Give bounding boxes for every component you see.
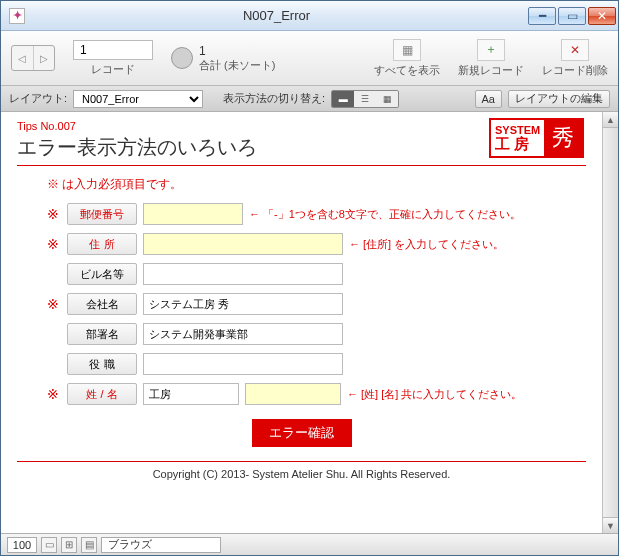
row-building: ビル名等 <box>47 263 586 285</box>
scroll-up-icon[interactable]: ▲ <box>603 112 618 128</box>
row-dept: 部署名 <box>47 323 586 345</box>
layout-label: レイアウト: <box>9 91 67 106</box>
copyright: Copyright (C) 2013- System Atelier Shu. … <box>17 461 586 480</box>
record-nav[interactable]: ◁ ▷ <box>11 45 55 71</box>
app-icon: ✦ <box>9 8 25 24</box>
layout-select[interactable]: N007_Error <box>73 90 203 108</box>
hint-address: ← [住所] を入力してください。 <box>349 237 504 252</box>
input-company[interactable] <box>143 293 343 315</box>
mode-select[interactable]: ブラウズ <box>101 537 221 553</box>
label-building: ビル名等 <box>67 263 137 285</box>
form-mode-icon[interactable]: ▭ <box>41 537 57 553</box>
row-postal: ※ 郵便番号 ← 「-」1つを含む8文字で、正確に入力してください。 <box>47 203 586 225</box>
row-company: ※ 会社名 <box>47 293 586 315</box>
required-note: ※ は入力必須項目です。 <box>47 176 586 193</box>
input-building[interactable] <box>143 263 343 285</box>
label-name: 姓 / 名 <box>67 383 137 405</box>
scroll-down-icon[interactable]: ▼ <box>603 517 618 533</box>
scroll-track[interactable] <box>603 128 618 517</box>
label-address: 住 所 <box>67 233 137 255</box>
input-postal[interactable] <box>143 203 243 225</box>
hint-postal: ← 「-」1つを含む8文字で、正確に入力してください。 <box>249 207 521 222</box>
submit-button[interactable]: エラー確認 <box>252 419 352 447</box>
new-record-icon: ＋ <box>477 39 505 61</box>
row-address: ※ 住 所 ← [住所] を入力してください。 <box>47 233 586 255</box>
hint-name: ← [姓] [名] 共に入力してください。 <box>347 387 522 402</box>
content-area: SYSTEM 工房 秀 Tips No.007 エラー表示方法のいろいろ ※ は… <box>1 112 602 533</box>
record-number-input[interactable] <box>73 40 153 60</box>
new-record-button[interactable]: ＋ 新規レコード <box>458 39 524 78</box>
delete-record-icon: ✕ <box>561 39 589 61</box>
layout-bar: レイアウト: N007_Error 表示方法の切り替え: ▬ ☰ ▦ Aa レイ… <box>1 86 618 112</box>
prev-record-icon[interactable]: ◁ <box>12 46 33 70</box>
preview-mode-icon[interactable]: ▤ <box>81 537 97 553</box>
input-position[interactable] <box>143 353 343 375</box>
app-window: ✦ N007_Error ━ ▭ ✕ ◁ ▷ レコード 1 合計 (未ソート) <box>0 0 619 556</box>
input-sei[interactable] <box>143 383 239 405</box>
show-all-button[interactable]: ▦ すべてを表示 <box>374 39 440 78</box>
vertical-scrollbar[interactable]: ▲ ▼ <box>602 112 618 533</box>
minimize-button[interactable]: ━ <box>528 7 556 25</box>
delete-record-button[interactable]: ✕ レコード削除 <box>542 39 608 78</box>
text-format-button[interactable]: Aa <box>475 90 502 108</box>
label-position: 役 職 <box>67 353 137 375</box>
pie-icon[interactable] <box>171 47 193 69</box>
status-bar: 100 ▭ ⊞ ▤ ブラウズ <box>1 533 618 555</box>
logo: SYSTEM 工房 秀 <box>489 118 584 158</box>
row-position: 役 職 <box>47 353 586 375</box>
input-dept[interactable] <box>143 323 343 345</box>
label-postal: 郵便番号 <box>67 203 137 225</box>
input-address[interactable] <box>143 233 343 255</box>
view-switch-label: 表示方法の切り替え: <box>223 91 325 106</box>
label-company: 会社名 <box>67 293 137 315</box>
list-mode-icon[interactable]: ⊞ <box>61 537 77 553</box>
title-bar: ✦ N007_Error ━ ▭ ✕ <box>1 1 618 31</box>
record-label: レコード <box>91 62 135 77</box>
list-view-icon[interactable]: ☰ <box>354 91 376 107</box>
total-label: 合計 (未ソート) <box>199 58 275 73</box>
divider <box>17 165 586 166</box>
maximize-button[interactable]: ▭ <box>558 7 586 25</box>
table-view-icon[interactable]: ▦ <box>376 91 398 107</box>
form-view-icon[interactable]: ▬ <box>332 91 354 107</box>
toolbar: ◁ ▷ レコード 1 合計 (未ソート) ▦ すべてを表示 ＋ 新規レコード ✕… <box>1 31 618 86</box>
row-name: ※ 姓 / 名 ← [姓] [名] 共に入力してください。 <box>47 383 586 405</box>
input-mei[interactable] <box>245 383 341 405</box>
total-count: 1 <box>199 44 275 58</box>
close-button[interactable]: ✕ <box>588 7 616 25</box>
edit-layout-button[interactable]: レイアウトの編集 <box>508 90 610 108</box>
window-title: N007_Error <box>25 8 528 23</box>
zoom-level[interactable]: 100 <box>7 537 37 553</box>
show-all-icon: ▦ <box>393 39 421 61</box>
label-dept: 部署名 <box>67 323 137 345</box>
next-record-icon[interactable]: ▷ <box>33 46 55 70</box>
view-toggle[interactable]: ▬ ☰ ▦ <box>331 90 399 108</box>
